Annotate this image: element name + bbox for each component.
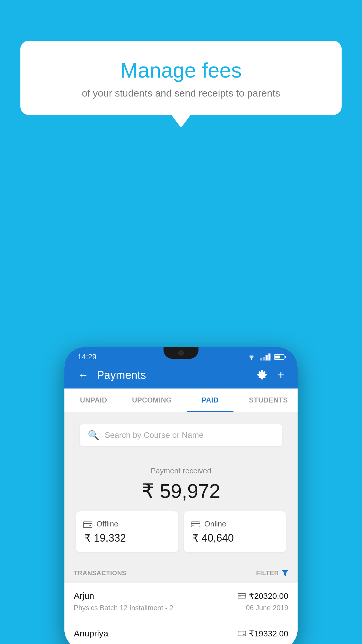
- transaction-name-1: Arjun: [74, 591, 94, 601]
- status-icons: [247, 354, 284, 360]
- search-bar[interactable]: 🔍 Search by Course or Name: [80, 424, 282, 446]
- phone-frame: 14:29: [64, 347, 298, 644]
- search-placeholder: Search by Course or Name: [105, 430, 203, 440]
- camera: [178, 350, 184, 356]
- transaction-type-icon-1: [238, 593, 246, 599]
- svg-rect-4: [192, 525, 194, 526]
- tab-students[interactable]: STUDENTS: [239, 388, 298, 412]
- svg-rect-3: [191, 522, 200, 527]
- filter-label: FILTER: [256, 569, 279, 577]
- offline-card-type: Offline: [96, 519, 118, 528]
- add-button[interactable]: +: [277, 368, 284, 382]
- transaction-row-2: Anupriya ₹19332.00: [64, 620, 298, 644]
- online-payment-card: Online ₹ 40,640: [184, 511, 286, 552]
- online-card-amount: ₹ 40,640: [192, 532, 234, 544]
- svg-marker-5: [282, 570, 288, 576]
- transaction-top-2: Anupriya ₹19332.00: [74, 629, 288, 638]
- battery-icon: [274, 354, 284, 360]
- svg-rect-7: [239, 596, 241, 597]
- filter-container[interactable]: FILTER: [256, 569, 288, 577]
- svg-rect-6: [238, 594, 246, 598]
- transaction-type-icon-2: [238, 630, 246, 637]
- speech-bubble-container: Manage fees of your students and send re…: [20, 41, 342, 115]
- speech-bubble: Manage fees of your students and send re…: [20, 41, 342, 115]
- payment-received-label: Payment received: [70, 466, 292, 475]
- transaction-amount-2: ₹19332.00: [249, 629, 288, 638]
- bubble-subtitle: of your students and send receipts to pa…: [44, 88, 318, 99]
- transaction-bottom-1: Physics Batch 12 Installment - 2 06 June…: [74, 604, 288, 612]
- svg-rect-9: [243, 634, 245, 635]
- online-card-header: Online: [191, 519, 226, 528]
- back-button[interactable]: ←: [78, 369, 89, 382]
- signal-icon: [260, 354, 270, 360]
- payment-summary: Payment received ₹ 59,972 Offline: [64, 455, 298, 561]
- svg-rect-2: [89, 525, 91, 526]
- svg-point-0: [251, 359, 252, 360]
- payment-total-amount: ₹ 59,972: [70, 480, 292, 503]
- online-card-type: Online: [204, 519, 226, 528]
- app-bar-title: Payments: [97, 369, 146, 382]
- transactions-header: TRANSACTIONS FILTER: [64, 561, 298, 583]
- offline-card-amount: ₹ 19,332: [84, 532, 126, 544]
- wifi-icon: [247, 354, 256, 360]
- notch: [164, 347, 198, 359]
- transaction-name-2: Anupriya: [74, 629, 108, 638]
- tabs-bar: UNPAID UPCOMING PAID STUDENTS: [64, 388, 298, 412]
- transaction-amount-container-2: ₹19332.00: [238, 629, 288, 638]
- transactions-label: TRANSACTIONS: [74, 569, 126, 577]
- online-icon: [191, 520, 200, 528]
- tab-upcoming[interactable]: UPCOMING: [123, 388, 181, 412]
- transaction-amount-container-1: ₹20320.00: [238, 591, 288, 601]
- transaction-top-1: Arjun ₹20320.00: [74, 591, 288, 601]
- transaction-row: Arjun ₹20320.00 Physics Batch 12 Install…: [64, 583, 298, 620]
- app-bar-left: ← Payments: [78, 369, 146, 382]
- offline-card-header: Offline: [83, 519, 118, 528]
- offline-icon: [83, 520, 92, 528]
- app-bar-right: +: [256, 368, 284, 382]
- bubble-title: Manage fees: [44, 58, 318, 82]
- tab-unpaid[interactable]: UNPAID: [64, 388, 123, 412]
- payment-cards: Offline ₹ 19,332 O: [76, 511, 286, 552]
- phone-frame-container: 14:29: [64, 347, 298, 644]
- svg-rect-8: [238, 631, 246, 636]
- status-time: 14:29: [78, 352, 96, 361]
- filter-icon: [282, 570, 288, 576]
- transaction-detail-1: Physics Batch 12 Installment - 2: [74, 604, 173, 612]
- offline-payment-card: Offline ₹ 19,332: [76, 511, 178, 552]
- tab-paid[interactable]: PAID: [181, 388, 239, 412]
- phone-screen: 14:29: [64, 347, 298, 644]
- transaction-amount-1: ₹20320.00: [249, 591, 288, 601]
- gear-icon[interactable]: [256, 369, 268, 381]
- transaction-date-1: 06 June 2019: [246, 604, 288, 612]
- app-bar: ← Payments +: [64, 362, 298, 388]
- search-icon: 🔍: [88, 430, 99, 441]
